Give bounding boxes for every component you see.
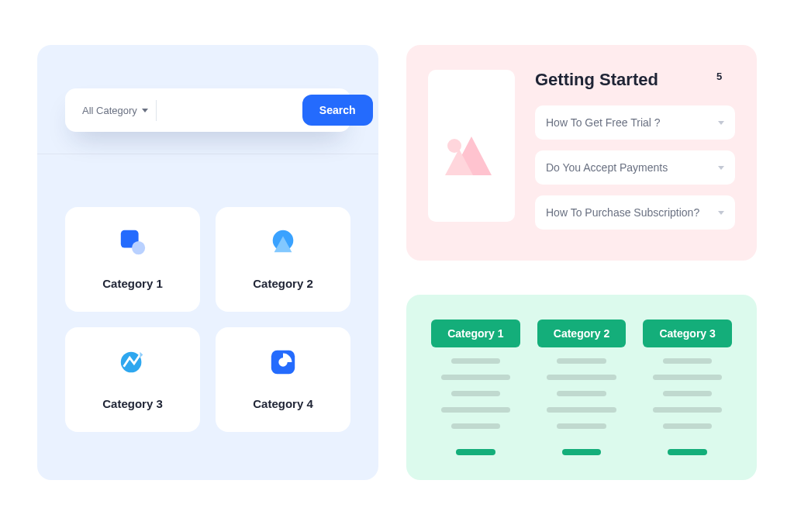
category-card-label: Category 1 [102, 277, 163, 290]
skeleton-line [663, 391, 712, 396]
chevron-down-icon [142, 109, 148, 112]
skeleton-line [653, 407, 722, 413]
search-bar: All Category Search [65, 88, 350, 132]
search-category-dropdown[interactable]: All Category [71, 100, 157, 121]
category-card[interactable]: Category 2 [216, 207, 350, 312]
plan-column: Category 2 [537, 320, 627, 455]
categories-panel: All Category Search Category 1 [37, 45, 378, 480]
skeleton-line [663, 423, 712, 429]
category-card-label: Category 3 [102, 397, 163, 410]
faq-title: Getting Started [535, 70, 658, 90]
faq-item[interactable]: Do You Accept Payments [535, 150, 735, 185]
search-category-label: All Category [82, 105, 137, 116]
category-card-label: Category 2 [253, 277, 313, 290]
plan-header[interactable]: Category 1 [431, 320, 520, 347]
pie-square-icon [268, 347, 298, 377]
skeleton-line [557, 358, 606, 364]
category-card[interactable]: Category 1 [65, 207, 200, 312]
plan-column: Category 1 [431, 320, 520, 455]
faq-item-label: Do You Accept Payments [546, 161, 668, 174]
refresh-line-icon [118, 347, 147, 377]
faq-count-badge: 5 [716, 71, 735, 89]
faq-item[interactable]: How To Purchase Subscription? [535, 195, 735, 230]
skeleton-line [547, 407, 616, 413]
skeleton-line [451, 358, 500, 364]
search-input[interactable] [157, 105, 302, 116]
faq-illustration [428, 70, 515, 222]
svg-point-1 [132, 241, 145, 254]
plan-header[interactable]: Category 2 [537, 320, 627, 347]
faq-panel: Getting Started 5 How To Get Free Trial … [406, 45, 757, 261]
svg-point-7 [278, 358, 287, 366]
faq-item-label: How To Purchase Subscription? [546, 206, 699, 219]
square-circle-icon [118, 227, 147, 257]
skeleton-line [441, 375, 510, 380]
category-card-label: Category 4 [253, 397, 313, 410]
plan-accent-bar [668, 449, 706, 455]
skeleton-line [663, 358, 712, 364]
plan-accent-bar [456, 449, 495, 455]
triangle-circle-icon [268, 227, 298, 257]
plan-accent-bar [562, 449, 601, 455]
search-button[interactable]: Search [302, 95, 373, 126]
skeleton-line [441, 407, 510, 413]
svg-marker-5 [140, 352, 143, 358]
category-card[interactable]: Category 4 [216, 327, 350, 432]
divider [37, 154, 378, 154]
skeleton-line [451, 391, 500, 396]
chevron-down-icon [718, 166, 724, 170]
skeleton-line [653, 375, 722, 380]
skeleton-line [557, 423, 606, 429]
faq-item[interactable]: How To Get Free Trial ? [535, 105, 735, 140]
compare-panel: Category 1 Category 2 [406, 295, 757, 480]
category-card[interactable]: Category 3 [65, 327, 200, 432]
chevron-down-icon [718, 211, 724, 215]
chevron-down-icon [718, 121, 724, 125]
svg-point-4 [121, 352, 142, 373]
plan-column: Category 3 [643, 320, 732, 455]
faq-item-label: How To Get Free Trial ? [546, 116, 661, 129]
skeleton-line [547, 375, 616, 380]
skeleton-line [557, 391, 606, 396]
faq-header: Getting Started 5 [535, 70, 735, 90]
plan-header[interactable]: Category 3 [643, 320, 732, 347]
category-grid: Category 1 Category 2 [65, 207, 350, 432]
skeleton-line [451, 423, 500, 429]
